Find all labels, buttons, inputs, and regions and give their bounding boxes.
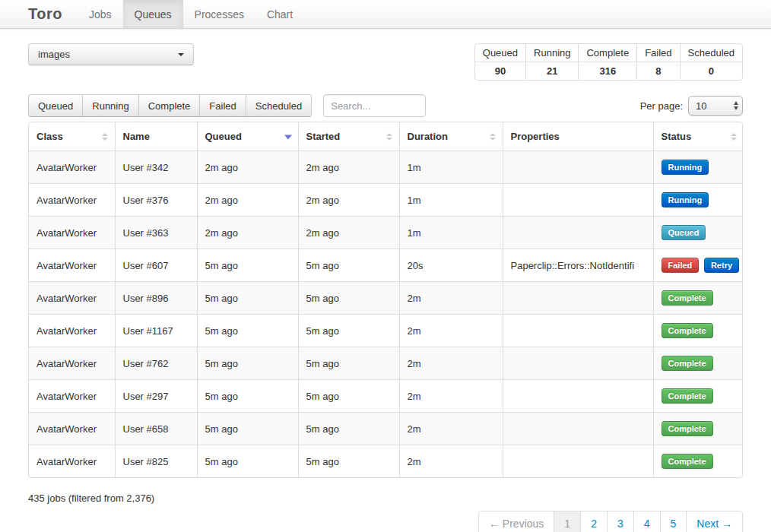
- tab-queues[interactable]: Queues: [123, 0, 183, 28]
- cell-duration: 2m: [399, 380, 503, 413]
- cell-properties: [503, 347, 653, 380]
- cell-duration: 1m: [399, 217, 503, 249]
- cell-duration: 2m: [399, 282, 503, 315]
- table-header-row: Class Name Queued Started: [29, 122, 743, 151]
- cell-started: 5m ago: [298, 380, 399, 413]
- queue-select-label: images: [38, 49, 70, 60]
- stats-header-queued: Queued: [475, 44, 525, 62]
- cell-started: 2m ago: [298, 184, 399, 217]
- cell-name: User #607: [115, 249, 197, 282]
- status-filter-group: Queued Running Complete Failed Scheduled: [28, 94, 312, 117]
- cell-queued: 5m ago: [197, 445, 298, 478]
- pagination-page-3[interactable]: 3: [607, 511, 633, 532]
- cell-class: AvatarWorker: [29, 445, 115, 478]
- pagination-page-2[interactable]: 2: [580, 511, 607, 532]
- cell-properties: [503, 380, 653, 413]
- cell-name: User #297: [115, 380, 197, 413]
- table-row: AvatarWorker User #762 5m ago 5m ago 2m …: [29, 347, 743, 380]
- column-header-duration[interactable]: Duration: [399, 122, 503, 151]
- column-header-properties[interactable]: Properties: [503, 122, 653, 151]
- cell-queued: 5m ago: [197, 347, 298, 380]
- cell-duration: 2m: [399, 445, 503, 478]
- filter-button-failed[interactable]: Failed: [199, 94, 246, 117]
- column-label: Started: [306, 131, 341, 142]
- cell-properties: [503, 282, 653, 315]
- status-badge: Running: [662, 160, 709, 175]
- status-badge: Complete: [662, 356, 713, 371]
- table-row: AvatarWorker User #376 2m ago 2m ago 1m …: [29, 184, 743, 217]
- queue-select-button[interactable]: images: [28, 43, 194, 65]
- cell-properties: [503, 413, 653, 445]
- table-row: AvatarWorker User #1167 5m ago 5m ago 2m…: [29, 315, 743, 347]
- cell-name: User #896: [115, 282, 197, 315]
- stats-value-running: 21: [525, 62, 578, 80]
- cell-class: AvatarWorker: [29, 151, 115, 184]
- status-badge: Complete: [662, 323, 713, 338]
- cell-queued: 5m ago: [197, 413, 298, 445]
- column-label: Queued: [205, 131, 242, 142]
- status-badge: Complete: [662, 388, 713, 404]
- cell-started: 2m ago: [298, 217, 399, 249]
- cell-started: 5m ago: [298, 445, 399, 478]
- top-row: images Queued Running Complete Failed Sc…: [28, 43, 743, 81]
- cell-queued: 2m ago: [197, 151, 298, 184]
- cell-started: 5m ago: [298, 249, 399, 282]
- cell-queued: 2m ago: [197, 217, 298, 249]
- navbar: Toro Jobs Queues Processes Chart: [0, 0, 771, 29]
- filter-button-running[interactable]: Running: [82, 94, 138, 117]
- column-header-status[interactable]: Status: [653, 122, 743, 151]
- cell-queued: 5m ago: [197, 315, 298, 347]
- cell-name: User #762: [115, 347, 197, 380]
- per-page-select[interactable]: 10: [688, 96, 743, 116]
- cell-started: 2m ago: [298, 151, 399, 184]
- table-row: AvatarWorker User #658 5m ago 5m ago 2m …: [29, 413, 743, 445]
- tab-processes[interactable]: Processes: [183, 0, 255, 28]
- cell-status: Running: [653, 184, 743, 217]
- jobs-table: Class Name Queued Started: [29, 122, 743, 477]
- cell-class: AvatarWorker: [29, 380, 115, 413]
- cell-class: AvatarWorker: [29, 282, 115, 315]
- column-header-class[interactable]: Class: [29, 122, 115, 151]
- cell-duration: 20s: [399, 249, 503, 282]
- tab-jobs[interactable]: Jobs: [78, 0, 123, 28]
- retry-button[interactable]: Retry: [704, 258, 739, 273]
- column-label: Duration: [408, 131, 448, 142]
- filter-button-queued[interactable]: Queued: [28, 94, 83, 117]
- cell-properties: [503, 445, 653, 478]
- cell-duration: 2m: [399, 413, 503, 445]
- table-row: AvatarWorker User #363 2m ago 2m ago 1m …: [29, 217, 743, 249]
- cell-status: Complete: [653, 282, 743, 315]
- cell-class: AvatarWorker: [29, 413, 115, 445]
- search-input[interactable]: [323, 94, 426, 117]
- cell-properties: Paperclip::Errors::NotIdentifi: [503, 249, 653, 282]
- stats-header-running: Running: [525, 44, 578, 62]
- pagination-previous[interactable]: ← Previous: [479, 511, 554, 532]
- cell-name: User #376: [115, 184, 197, 217]
- per-page-control: Per page: 10: [640, 96, 743, 116]
- pagination-page-1[interactable]: 1: [554, 511, 580, 532]
- tab-chart[interactable]: Chart: [255, 0, 304, 28]
- pagination-page-4[interactable]: 4: [633, 511, 660, 532]
- filter-button-complete[interactable]: Complete: [138, 94, 201, 117]
- pagination-page-5[interactable]: 5: [660, 511, 687, 532]
- column-header-name[interactable]: Name: [115, 122, 197, 151]
- cell-started: 5m ago: [298, 315, 399, 347]
- cell-duration: 2m: [399, 315, 503, 347]
- sort-icon: [731, 133, 737, 141]
- cell-status: Complete: [653, 347, 743, 380]
- cell-class: AvatarWorker: [29, 347, 115, 380]
- cell-started: 5m ago: [298, 413, 399, 445]
- cell-name: User #658: [115, 413, 197, 445]
- cell-status: Complete: [653, 315, 743, 347]
- cell-name: User #825: [115, 445, 197, 478]
- sort-desc-icon: [284, 135, 292, 139]
- cell-class: AvatarWorker: [29, 249, 115, 282]
- sort-icon: [102, 133, 108, 141]
- filter-button-scheduled[interactable]: Scheduled: [246, 94, 312, 117]
- column-header-queued[interactable]: Queued: [197, 122, 298, 151]
- column-header-started[interactable]: Started: [298, 122, 399, 151]
- stats-value-complete: 316: [578, 62, 636, 80]
- pagination-next[interactable]: Next →: [686, 511, 742, 532]
- stats-header-scheduled: Scheduled: [680, 44, 742, 62]
- column-label: Name: [123, 131, 150, 142]
